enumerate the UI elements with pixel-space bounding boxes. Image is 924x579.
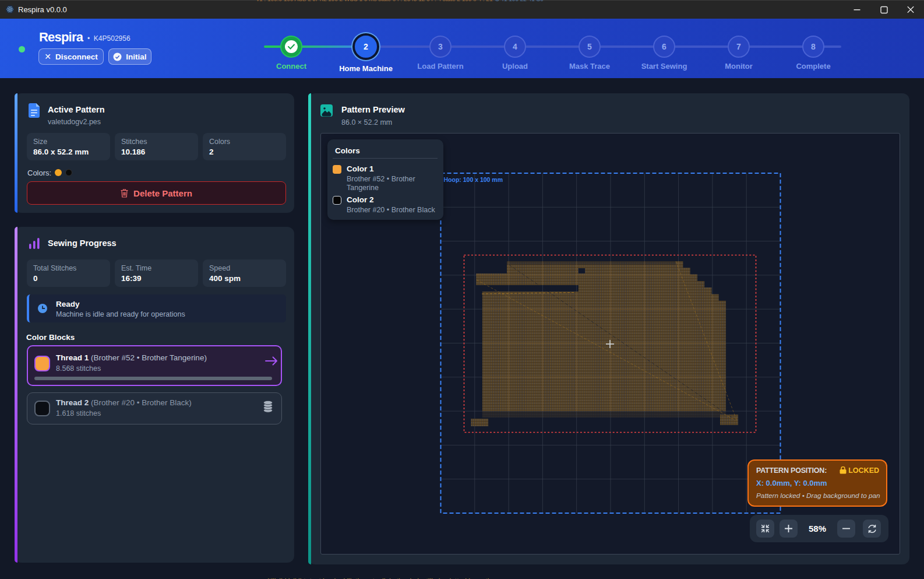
svg-text:Hoop: 100 x 100 mm: Hoop: 100 x 100 mm [444,176,503,183]
